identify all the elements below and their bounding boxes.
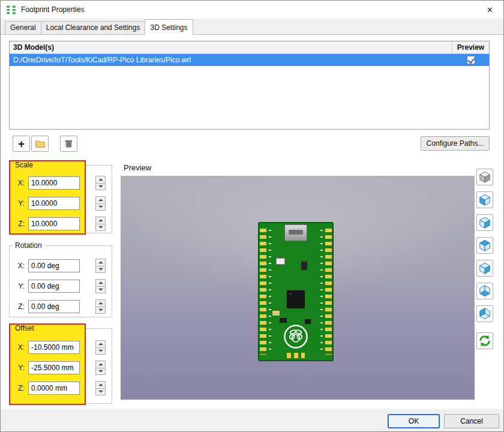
cube-back-face-icon — [478, 262, 491, 275]
tab-local-clearance[interactable]: Local Clearance and Settings — [41, 21, 146, 34]
bootsel-button — [276, 258, 285, 265]
cancel-button[interactable]: Cancel — [444, 414, 499, 428]
model-row[interactable]: D:/OneDrive/IoT/Tools/KiCad/RP-Pico Libr… — [10, 54, 489, 66]
configure-paths-button[interactable]: Configure Paths... — [421, 136, 490, 151]
tab-3d-settings[interactable]: 3D Settings — [145, 19, 193, 35]
pcb-silkscreen-left — [269, 230, 271, 353]
debug-pads — [287, 353, 305, 358]
spin-up-button[interactable] — [95, 299, 106, 307]
pcb-pins-right — [325, 229, 332, 355]
cube-bottom-face-icon — [478, 284, 491, 298]
view-front-button[interactable] — [476, 305, 493, 322]
view-isometric-button[interactable] — [476, 169, 493, 185]
pcb-pins-left — [260, 229, 266, 355]
cube-left-face-icon — [478, 193, 491, 206]
rotation-x-label: X: — [9, 262, 28, 270]
spin-up-button[interactable] — [95, 340, 106, 348]
trash-icon — [64, 139, 74, 149]
spin-down-button[interactable] — [95, 368, 106, 376]
view-left-button[interactable] — [476, 191, 493, 208]
footprint-properties-dialog: Footprint Properties ✕ General Local Cle… — [0, 0, 504, 432]
title-bar: Footprint Properties ✕ — [1, 1, 503, 19]
scale-x-input[interactable] — [28, 176, 80, 190]
spin-down-button[interactable] — [95, 307, 106, 314]
offset-y-spinner[interactable] — [95, 361, 106, 375]
spin-down-button[interactable] — [95, 184, 106, 191]
view-bottom-button[interactable] — [476, 283, 493, 299]
tab-bar: General Local Clearance and Settings 3D … — [1, 19, 503, 35]
spin-up-button[interactable] — [95, 176, 106, 184]
spin-down-button[interactable] — [95, 224, 106, 232]
window-title: Footprint Properties — [21, 5, 84, 14]
rotation-x-spinner[interactable] — [95, 259, 106, 273]
model-table-header: 3D Model(s) Preview — [10, 41, 489, 54]
ok-button[interactable]: OK — [388, 414, 440, 428]
rotation-z-spinner[interactable] — [95, 299, 106, 314]
spin-up-button[interactable] — [95, 361, 106, 368]
offset-group-title: Offset — [13, 324, 36, 332]
offset-x-input[interactable] — [28, 341, 80, 354]
spin-up-button[interactable] — [95, 217, 106, 224]
browse-model-folder-button[interactable] — [31, 136, 49, 152]
spin-up-button[interactable] — [95, 196, 106, 204]
offset-z-label: Z: — [9, 384, 28, 392]
pcb-silkscreen-right — [320, 230, 323, 353]
cube-isometric-icon — [478, 170, 491, 184]
footprint-app-icon — [6, 5, 16, 15]
preview-3d-viewport[interactable] — [121, 176, 475, 400]
close-icon[interactable]: ✕ — [476, 1, 503, 19]
scale-y-spinner[interactable] — [95, 196, 106, 211]
delete-model-button[interactable] — [60, 136, 77, 152]
tab-general[interactable]: General — [5, 21, 41, 34]
spin-down-button[interactable] — [95, 266, 106, 274]
rotation-z-label: Z: — [9, 302, 28, 311]
model-table: 3D Model(s) Preview D:/OneDrive/IoT/Tool… — [9, 41, 490, 130]
offset-group: Offset X: Y: Z: — [9, 323, 116, 405]
scale-z-spinner[interactable] — [95, 217, 106, 231]
rotation-y-label: Y: — [9, 282, 28, 290]
refresh-view-button[interactable] — [476, 332, 493, 349]
cube-right-face-icon — [478, 216, 491, 229]
offset-y-input[interactable] — [28, 361, 80, 374]
usb-connector — [284, 224, 307, 241]
component — [272, 311, 280, 316]
offset-z-spinner[interactable] — [95, 381, 106, 395]
raspberry-pi-logo — [283, 324, 308, 349]
plus-icon: + — [18, 139, 25, 149]
rotation-z-input[interactable] — [28, 300, 80, 313]
refresh-icon — [478, 334, 491, 347]
offset-z-input[interactable] — [28, 382, 80, 395]
rotation-y-spinner[interactable] — [95, 279, 106, 293]
view-top-button[interactable] — [476, 237, 493, 254]
column-header-preview[interactable]: Preview — [452, 41, 489, 53]
view-back-button[interactable] — [476, 260, 493, 277]
folder-icon — [35, 139, 46, 149]
preview-checkbox[interactable] — [467, 56, 475, 64]
spin-up-button[interactable] — [95, 259, 106, 266]
add-model-button[interactable]: + — [13, 136, 30, 152]
spin-down-button[interactable] — [95, 389, 106, 396]
offset-x-label: X: — [9, 343, 28, 352]
rotation-group-title: Rotation — [13, 241, 44, 250]
offset-x-spinner[interactable] — [95, 340, 106, 355]
spin-up-button[interactable] — [95, 279, 106, 287]
spin-down-button[interactable] — [95, 348, 106, 355]
spin-down-button[interactable] — [95, 204, 106, 211]
view-right-button[interactable] — [476, 214, 493, 231]
rotation-y-input[interactable] — [28, 280, 80, 293]
scale-y-label: Y: — [9, 199, 28, 208]
spin-down-button[interactable] — [95, 287, 106, 294]
model-path-cell[interactable]: D:/OneDrive/IoT/Tools/KiCad/RP-Pico Libr… — [10, 56, 452, 64]
offset-y-label: Y: — [9, 364, 28, 372]
rotation-x-input[interactable] — [28, 259, 80, 272]
scale-z-input[interactable] — [28, 217, 80, 230]
scale-x-spinner[interactable] — [95, 176, 106, 190]
scale-group: Scale X: Y: Z: — [9, 160, 116, 235]
scale-y-input[interactable] — [28, 197, 80, 210]
rp2040-chip — [287, 290, 305, 308]
column-header-3d-models[interactable]: 3D Model(s) — [10, 41, 452, 53]
scale-z-label: Z: — [9, 220, 28, 228]
scale-group-title: Scale — [13, 161, 35, 169]
spin-up-button[interactable] — [95, 381, 106, 389]
component — [280, 318, 287, 323]
